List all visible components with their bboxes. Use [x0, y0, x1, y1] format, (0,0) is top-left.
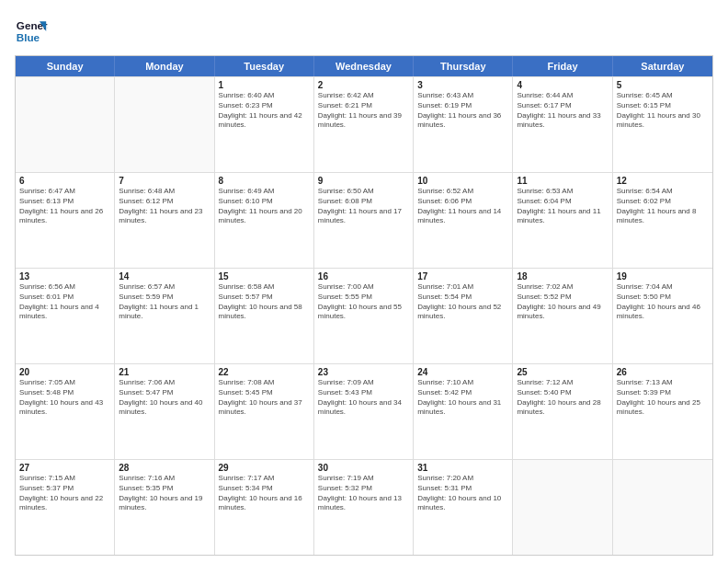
day-number: 23	[318, 367, 409, 377]
calendar-row-1: 6Sunrise: 6:47 AM Sunset: 6:13 PM Daylig…	[16, 172, 712, 268]
calendar-cell: 20Sunrise: 7:05 AM Sunset: 5:48 PM Dayli…	[16, 364, 115, 459]
day-number: 19	[617, 271, 709, 282]
day-number: 9	[318, 176, 409, 186]
day-number: 29	[219, 463, 310, 473]
day-info: Sunrise: 7:05 AM Sunset: 5:48 PM Dayligh…	[19, 378, 110, 418]
day-number: 5	[617, 80, 709, 90]
day-number: 24	[417, 367, 508, 377]
calendar-cell: 13Sunrise: 6:56 AM Sunset: 6:01 PM Dayli…	[16, 269, 115, 363]
calendar-cell: 9Sunrise: 6:50 AM Sunset: 6:08 PM Daylig…	[314, 173, 414, 268]
logo-icon: General Blue	[15, 15, 48, 48]
day-info: Sunrise: 6:43 AM Sunset: 6:19 PM Dayligh…	[417, 91, 508, 131]
calendar-cell: 3Sunrise: 6:43 AM Sunset: 6:19 PM Daylig…	[414, 77, 513, 172]
day-info: Sunrise: 6:47 AM Sunset: 6:13 PM Dayligh…	[19, 187, 110, 226]
day-number: 8	[219, 176, 310, 186]
header-day-saturday: Saturday	[613, 56, 712, 76]
calendar-cell: 5Sunrise: 6:45 AM Sunset: 6:15 PM Daylig…	[613, 77, 712, 172]
calendar-cell	[115, 77, 214, 172]
calendar-cell: 23Sunrise: 7:09 AM Sunset: 5:43 PM Dayli…	[314, 364, 414, 459]
day-info: Sunrise: 7:01 AM Sunset: 5:54 PM Dayligh…	[417, 282, 508, 322]
calendar-cell: 19Sunrise: 7:04 AM Sunset: 5:50 PM Dayli…	[613, 269, 712, 363]
day-number: 28	[119, 463, 210, 473]
calendar-cell: 8Sunrise: 6:49 AM Sunset: 6:10 PM Daylig…	[215, 173, 314, 268]
calendar-cell: 16Sunrise: 7:00 AM Sunset: 5:55 PM Dayli…	[314, 269, 414, 363]
day-number: 14	[119, 271, 210, 282]
calendar-body: 1Sunrise: 6:40 AM Sunset: 6:23 PM Daylig…	[16, 76, 712, 555]
day-number: 4	[517, 80, 608, 90]
header-day-tuesday: Tuesday	[215, 56, 314, 76]
day-number: 6	[19, 176, 110, 186]
calendar-cell: 18Sunrise: 7:02 AM Sunset: 5:52 PM Dayli…	[513, 269, 612, 363]
day-number: 26	[617, 367, 709, 377]
day-info: Sunrise: 6:56 AM Sunset: 6:01 PM Dayligh…	[19, 282, 110, 322]
calendar-cell: 24Sunrise: 7:10 AM Sunset: 5:42 PM Dayli…	[414, 364, 513, 459]
day-number: 30	[318, 463, 409, 473]
calendar-cell: 1Sunrise: 6:40 AM Sunset: 6:23 PM Daylig…	[215, 77, 314, 172]
calendar-cell: 25Sunrise: 7:12 AM Sunset: 5:40 PM Dayli…	[513, 364, 612, 459]
day-info: Sunrise: 6:58 AM Sunset: 5:57 PM Dayligh…	[219, 282, 310, 322]
calendar-row-2: 13Sunrise: 6:56 AM Sunset: 6:01 PM Dayli…	[16, 268, 712, 363]
day-info: Sunrise: 7:08 AM Sunset: 5:45 PM Dayligh…	[219, 378, 310, 418]
header: General Blue	[15, 15, 713, 48]
day-info: Sunrise: 6:57 AM Sunset: 5:59 PM Dayligh…	[119, 282, 210, 322]
day-number: 2	[318, 80, 409, 90]
calendar-cell: 6Sunrise: 6:47 AM Sunset: 6:13 PM Daylig…	[16, 173, 115, 268]
header-day-friday: Friday	[513, 56, 612, 76]
day-number: 11	[517, 176, 608, 186]
calendar-cell: 17Sunrise: 7:01 AM Sunset: 5:54 PM Dayli…	[414, 269, 513, 363]
calendar-cell: 22Sunrise: 7:08 AM Sunset: 5:45 PM Dayli…	[215, 364, 314, 459]
calendar-header: SundayMondayTuesdayWednesdayThursdayFrid…	[16, 56, 712, 76]
calendar-cell: 26Sunrise: 7:13 AM Sunset: 5:39 PM Dayli…	[613, 364, 712, 459]
day-info: Sunrise: 7:02 AM Sunset: 5:52 PM Dayligh…	[517, 282, 608, 322]
day-info: Sunrise: 7:04 AM Sunset: 5:50 PM Dayligh…	[617, 282, 709, 322]
header-day-monday: Monday	[115, 56, 214, 76]
day-info: Sunrise: 6:49 AM Sunset: 6:10 PM Dayligh…	[219, 187, 310, 226]
day-info: Sunrise: 7:16 AM Sunset: 5:35 PM Dayligh…	[119, 474, 210, 513]
calendar-cell: 28Sunrise: 7:16 AM Sunset: 5:35 PM Dayli…	[115, 460, 214, 555]
calendar-cell: 12Sunrise: 6:54 AM Sunset: 6:02 PM Dayli…	[613, 173, 712, 268]
calendar-cell	[16, 77, 115, 172]
day-info: Sunrise: 7:10 AM Sunset: 5:42 PM Dayligh…	[417, 378, 508, 418]
day-info: Sunrise: 7:20 AM Sunset: 5:31 PM Dayligh…	[417, 474, 508, 513]
page: General Blue SundayMondayTuesdayWednesda…	[0, 0, 728, 563]
day-number: 7	[119, 176, 210, 186]
day-number: 10	[417, 176, 508, 186]
day-number: 20	[19, 367, 110, 377]
day-info: Sunrise: 6:48 AM Sunset: 6:12 PM Dayligh…	[119, 187, 210, 226]
day-number: 18	[517, 271, 608, 282]
calendar: SundayMondayTuesdayWednesdayThursdayFrid…	[15, 55, 713, 556]
day-info: Sunrise: 6:40 AM Sunset: 6:23 PM Dayligh…	[219, 91, 310, 131]
day-number: 12	[617, 176, 709, 186]
day-info: Sunrise: 6:42 AM Sunset: 6:21 PM Dayligh…	[318, 91, 409, 131]
day-info: Sunrise: 7:19 AM Sunset: 5:32 PM Dayligh…	[318, 474, 409, 513]
header-day-sunday: Sunday	[16, 56, 115, 76]
calendar-cell: 31Sunrise: 7:20 AM Sunset: 5:31 PM Dayli…	[414, 460, 513, 555]
calendar-cell: 4Sunrise: 6:44 AM Sunset: 6:17 PM Daylig…	[513, 77, 612, 172]
day-number: 17	[417, 271, 508, 282]
day-info: Sunrise: 7:15 AM Sunset: 5:37 PM Dayligh…	[19, 474, 110, 513]
header-day-thursday: Thursday	[414, 56, 513, 76]
day-info: Sunrise: 6:45 AM Sunset: 6:15 PM Dayligh…	[617, 91, 709, 131]
day-number: 1	[219, 80, 310, 90]
day-number: 21	[119, 367, 210, 377]
svg-text:Blue: Blue	[17, 31, 40, 43]
calendar-cell: 2Sunrise: 6:42 AM Sunset: 6:21 PM Daylig…	[314, 77, 414, 172]
day-number: 13	[19, 271, 110, 282]
calendar-cell: 11Sunrise: 6:53 AM Sunset: 6:04 PM Dayli…	[513, 173, 612, 268]
day-number: 3	[417, 80, 508, 90]
day-number: 16	[318, 271, 409, 282]
calendar-row-3: 20Sunrise: 7:05 AM Sunset: 5:48 PM Dayli…	[16, 363, 712, 459]
day-number: 22	[219, 367, 310, 377]
day-info: Sunrise: 6:54 AM Sunset: 6:02 PM Dayligh…	[617, 187, 709, 226]
day-info: Sunrise: 7:06 AM Sunset: 5:47 PM Dayligh…	[119, 378, 210, 418]
calendar-cell: 7Sunrise: 6:48 AM Sunset: 6:12 PM Daylig…	[115, 173, 214, 268]
day-info: Sunrise: 6:44 AM Sunset: 6:17 PM Dayligh…	[517, 91, 608, 131]
day-number: 27	[19, 463, 110, 473]
calendar-cell: 29Sunrise: 7:17 AM Sunset: 5:34 PM Dayli…	[215, 460, 314, 555]
day-info: Sunrise: 7:12 AM Sunset: 5:40 PM Dayligh…	[517, 378, 608, 418]
day-info: Sunrise: 7:09 AM Sunset: 5:43 PM Dayligh…	[318, 378, 409, 418]
day-info: Sunrise: 7:00 AM Sunset: 5:55 PM Dayligh…	[318, 282, 409, 322]
calendar-cell: 21Sunrise: 7:06 AM Sunset: 5:47 PM Dayli…	[115, 364, 214, 459]
calendar-row-0: 1Sunrise: 6:40 AM Sunset: 6:23 PM Daylig…	[16, 76, 712, 172]
day-info: Sunrise: 7:17 AM Sunset: 5:34 PM Dayligh…	[219, 474, 310, 513]
